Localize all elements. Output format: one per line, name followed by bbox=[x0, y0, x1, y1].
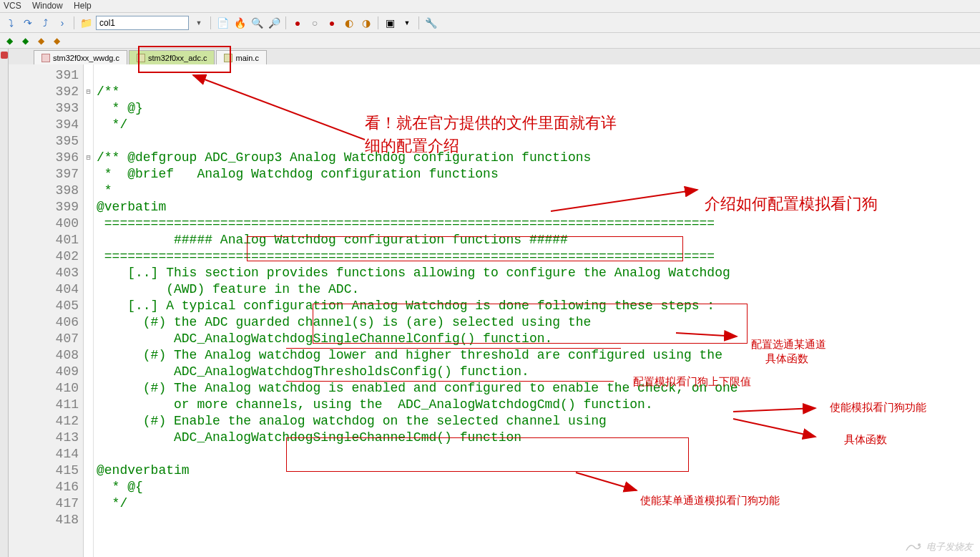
file-c-icon bbox=[224, 54, 232, 62]
menu-vcs[interactable]: VCS bbox=[4, 1, 21, 11]
menu-window[interactable]: Window bbox=[32, 1, 63, 11]
toolbar-main: ⤵ ↷ ⤴ › 📁 ▼ 📄 🔥 🔍 🔎 ● ○ ● ◐ ◑ ▣ ▼ 🔧 bbox=[0, 13, 980, 33]
arrow-icon[interactable]: › bbox=[55, 16, 69, 30]
folder-icon[interactable]: 📁 bbox=[79, 16, 93, 30]
tab-label: main.c bbox=[235, 54, 258, 62]
zoom-icon[interactable]: 🔍 bbox=[250, 16, 264, 30]
orange-diamond2-icon[interactable]: ◆ bbox=[51, 35, 62, 47]
window-icon[interactable]: ▣ bbox=[383, 16, 397, 30]
menubar: VCS Window Help bbox=[0, 0, 980, 13]
green-diamond2-icon[interactable]: ◆ bbox=[19, 35, 31, 47]
tab-label: stm32f0xx_adc.c bbox=[148, 54, 207, 62]
green-diamond-icon[interactable]: ◆ bbox=[4, 35, 15, 47]
watermark-logo-icon bbox=[905, 541, 922, 553]
record4-icon[interactable]: ◐ bbox=[342, 16, 356, 30]
step-in-icon[interactable]: ⤵ bbox=[4, 16, 18, 30]
step-out-icon[interactable]: ⤴ bbox=[38, 16, 52, 30]
editor-tabs: stm32f0xx_wwdg.c stm32f0xx_adc.c main.c bbox=[9, 49, 980, 64]
fold-column: ⊟⊟ bbox=[84, 64, 94, 557]
sidebar-marker-icon[interactable] bbox=[1, 52, 8, 59]
toolbar-secondary: ◆ ◆ ◆ ◆ bbox=[0, 33, 980, 49]
record3-icon[interactable]: ● bbox=[325, 16, 339, 30]
file-c-icon bbox=[137, 54, 145, 62]
wrench-icon[interactable]: 🔧 bbox=[423, 16, 438, 30]
menu-help[interactable]: Help bbox=[74, 1, 92, 11]
dropdown-icon[interactable]: ▼ bbox=[192, 16, 206, 30]
left-sidebar bbox=[0, 49, 9, 557]
line-gutter: 3913923933943953963973983994004014024034… bbox=[9, 64, 84, 557]
record2-icon[interactable]: ○ bbox=[308, 16, 322, 30]
dropdown2-icon[interactable]: ▼ bbox=[400, 16, 414, 30]
step-over-icon[interactable]: ↷ bbox=[21, 16, 35, 30]
tool-b-icon[interactable]: 🔥 bbox=[232, 16, 247, 30]
record5-icon[interactable]: ◑ bbox=[359, 16, 373, 30]
tab-main[interactable]: main.c bbox=[216, 50, 266, 64]
watermark-text: 电子发烧友 bbox=[926, 541, 973, 553]
orange-diamond-icon[interactable]: ◆ bbox=[35, 35, 46, 47]
file-c-icon bbox=[41, 54, 50, 62]
tab-adc[interactable]: stm32f0xx_adc.c bbox=[129, 50, 215, 64]
code-editor[interactable]: 3913923933943953963973983994004014024034… bbox=[9, 64, 980, 557]
tool-a-icon[interactable]: 📄 bbox=[215, 16, 230, 30]
tab-label: stm32f0xx_wwdg.c bbox=[53, 54, 119, 62]
tab-wwdg[interactable]: stm32f0xx_wwdg.c bbox=[34, 50, 127, 64]
watermark: 电子发烧友 bbox=[905, 541, 973, 553]
code-content[interactable]: /** * @} *//** @defgroup ADC_Group3 Anal… bbox=[94, 64, 980, 528]
svg-point-7 bbox=[918, 543, 921, 546]
record-icon[interactable]: ● bbox=[290, 16, 305, 30]
combo-input[interactable] bbox=[96, 16, 189, 30]
zoom2-icon[interactable]: 🔎 bbox=[267, 16, 281, 30]
